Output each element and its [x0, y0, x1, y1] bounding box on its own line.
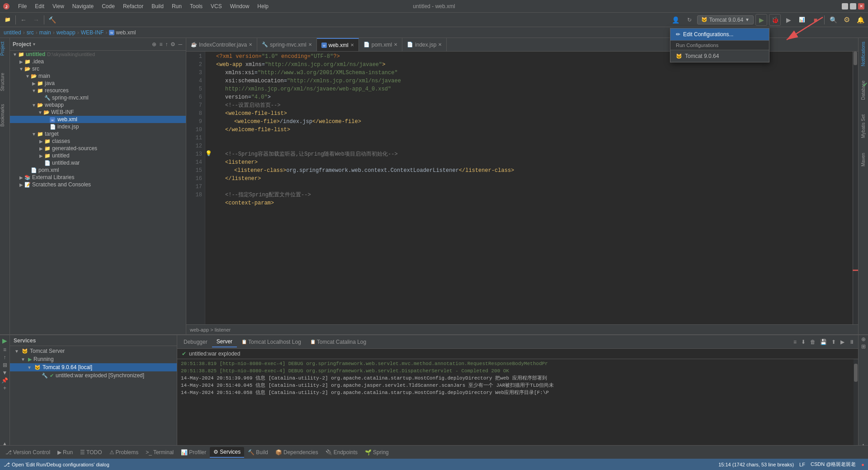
tree-java[interactable]: ▶ 📁 java — [10, 80, 186, 87]
edit-configurations-item[interactable]: ✏ Edit Configurations... — [670, 28, 769, 40]
run-config-selector[interactable]: 🐱 Tomcat 9.0.64 ▼ — [697, 15, 754, 24]
services-tomcat-server[interactable]: ▼ 🐱 Tomcat Server — [10, 347, 177, 355]
log-pause-icon[interactable]: ⏸ — [847, 338, 856, 346]
tree-scratches[interactable]: ▶ 📝 Scratches and Consoles — [10, 181, 186, 188]
structure-tool-button[interactable]: Structure — [0, 71, 9, 93]
tree-idea[interactable]: ▶ 📁 .idea — [10, 58, 186, 65]
bottom-tab-profiler[interactable]: 📊Profiler — [177, 447, 210, 457]
bc-webinf[interactable]: WEB-INF — [81, 29, 104, 36]
services-filter-icon[interactable]: ▼ — [2, 370, 8, 376]
catalina-log-tab[interactable]: 📋Tomcat Catalina Log — [306, 337, 371, 347]
bottom-tab-problems[interactable]: ⚠Problems — [106, 447, 142, 457]
user-icon[interactable]: 👤 — [670, 14, 682, 26]
services-tomcat-instance[interactable]: ▼ 🐱 Tomcat 9.0.64 [local] — [10, 363, 177, 371]
notifications-panel-button[interactable]: Notifications — [861, 39, 866, 69]
menu-vcs[interactable]: VCS — [207, 2, 226, 10]
update-icon[interactable]: ↻ — [684, 14, 695, 26]
sidebar-expand-icon[interactable]: ≡ — [158, 40, 163, 48]
bc-src[interactable]: src — [27, 29, 34, 36]
tree-untitled-folder[interactable]: ▶ 📁 untitled — [10, 152, 186, 159]
bottom-tab-endpoints[interactable]: 🔌Endpoints — [322, 447, 361, 457]
services-pin-icon[interactable]: 📌 — [1, 377, 8, 384]
debugger-tab[interactable]: Debugger — [179, 337, 212, 347]
menu-file[interactable]: File — [14, 2, 30, 10]
tree-classes[interactable]: ▶ 📁 classes — [10, 138, 186, 145]
menu-code[interactable]: Code — [98, 2, 118, 10]
bottom-tab-spring[interactable]: 🌱Spring — [361, 447, 392, 457]
bc-untitled[interactable]: untitled — [4, 29, 21, 36]
maven-panel-button[interactable]: Maven — [861, 150, 866, 169]
toolbar-forward[interactable]: → — [30, 14, 42, 26]
notifications-button[interactable]: 🔔 — [854, 14, 866, 26]
log-save-icon[interactable]: 💾 — [818, 338, 829, 346]
tab-pomxml[interactable]: 📄 pom.xml ✕ — [359, 38, 402, 52]
tree-root[interactable]: ▼ 📁 untitled D:\skywalking\untitled — [10, 51, 186, 58]
sidebar-dropdown-icon[interactable]: ▾ — [33, 42, 35, 47]
search-button[interactable]: 🔍 — [827, 14, 839, 26]
editor-scrollbar[interactable] — [853, 52, 858, 324]
project-tool-button[interactable]: Project — [0, 40, 9, 57]
tab-close-pom[interactable]: ✕ — [394, 42, 397, 47]
run-button[interactable]: ▶ — [755, 14, 767, 26]
log-scroll-end-icon[interactable]: ⬇ — [799, 338, 807, 346]
sidebar-locate-icon[interactable]: ⊕ — [151, 40, 157, 48]
log-clear-icon[interactable]: 🗑 — [808, 338, 817, 346]
menu-tools[interactable]: Tools — [186, 2, 206, 10]
tab-close-springmvc[interactable]: ✕ — [308, 42, 312, 47]
profile-button[interactable]: 📊 — [796, 14, 808, 26]
menu-run[interactable]: Run — [168, 2, 185, 10]
log-content[interactable]: 20:51:38.819 [http-nio-8080-exec-4] DEBU… — [177, 359, 858, 452]
bottom-tab-build[interactable]: 🔨Build — [244, 447, 272, 457]
tree-external[interactable]: ▶ 📚 External Libraries — [10, 174, 186, 181]
tree-webxml[interactable]: ▶ W web.xml — [10, 116, 186, 123]
tomcat-config-item[interactable]: 🐱 Tomcat 9.0.64 — [670, 50, 769, 62]
menu-build[interactable]: Build — [148, 2, 167, 10]
menu-edit[interactable]: Edit — [31, 2, 48, 10]
services-expand-icon[interactable]: ≡ — [3, 347, 6, 353]
bottom-tab-dependencies[interactable]: 📦Dependencies — [272, 447, 322, 457]
tab-indexcontroller[interactable]: ☕ IndexController.java ✕ — [186, 38, 257, 52]
minimize-button[interactable]: ─ — [842, 3, 848, 9]
tree-main[interactable]: ▼ 📂 main — [10, 72, 186, 80]
stop-button[interactable]: ■ — [810, 14, 821, 26]
bottom-tab-run[interactable]: ▶Run — [54, 447, 76, 457]
tab-close-indexcontroller[interactable]: ✕ — [249, 42, 252, 47]
localhost-log-tab[interactable]: 📋Tomcat Localhost Log — [237, 337, 306, 347]
server-tab[interactable]: Server — [212, 337, 237, 347]
tree-target[interactable]: ▼ 📁 target — [10, 130, 186, 138]
close-button[interactable]: ✕ — [858, 3, 864, 9]
bottom-tab-services[interactable]: ⚙Services — [210, 447, 244, 458]
tree-resources[interactable]: ▼ 📁 resources — [10, 87, 186, 94]
log-wrap-icon[interactable]: ≡ — [792, 338, 798, 346]
bottom-tab-todo[interactable]: ☰TODO — [76, 447, 105, 457]
debug-button[interactable]: 🐞 — [769, 14, 781, 26]
services-collapse-icon[interactable]: ↑ — [4, 354, 6, 361]
tree-indexjsp[interactable]: ▶ 📄 index.jsp — [10, 123, 186, 130]
toolbar-project-icon[interactable]: 📁 — [2, 14, 14, 26]
tree-springmvc[interactable]: ▶ 🔧 spring-mvc.xml — [10, 94, 186, 101]
bottom-tab-terminal[interactable]: >_Terminal — [142, 447, 177, 457]
menu-navigate[interactable]: Navigate — [69, 2, 97, 10]
expand-pane-icon[interactable]: ⊕ — [861, 336, 866, 342]
tab-close-indexjsp[interactable]: ✕ — [438, 42, 442, 47]
tab-webxml[interactable]: W web.xml ✕ — [317, 38, 359, 52]
log-resume-icon[interactable]: ▶ — [839, 338, 846, 346]
bc-main[interactable]: main — [39, 29, 51, 36]
menu-help[interactable]: Help — [254, 2, 272, 10]
run-with-coverage[interactable]: ▶ — [783, 14, 794, 26]
settings-button[interactable]: ⚙ — [841, 14, 853, 26]
menu-refactor[interactable]: Refactor — [119, 2, 147, 10]
sidebar-hide-icon[interactable]: ─ — [177, 40, 183, 48]
bottom-tab-versioncontrol[interactable]: ⎇Version Control — [2, 447, 54, 457]
services-group-icon[interactable]: ⊞ — [3, 362, 7, 368]
tab-springmvc[interactable]: 🔧 spring-mvc.xml ✕ — [257, 38, 317, 52]
toolbar-back[interactable]: ← — [18, 14, 29, 26]
mybatis-panel-button[interactable]: Mybatis Set — [861, 112, 866, 141]
toolbar-build[interactable]: 🔨 — [46, 14, 58, 26]
menu-window[interactable]: Window — [226, 2, 253, 10]
log-up-icon[interactable]: ⬆ — [830, 338, 838, 346]
services-running[interactable]: ▼ ▶ Running — [10, 355, 177, 363]
tree-pom[interactable]: ▶ 📄 pom.xml — [10, 166, 186, 174]
services-war-exploded[interactable]: ▶ 🔧 ✔ untitled:war exploded [Synchronize… — [10, 371, 177, 380]
status-open-config[interactable]: Open 'Edit Run/Debug configurations' dia… — [12, 462, 109, 467]
